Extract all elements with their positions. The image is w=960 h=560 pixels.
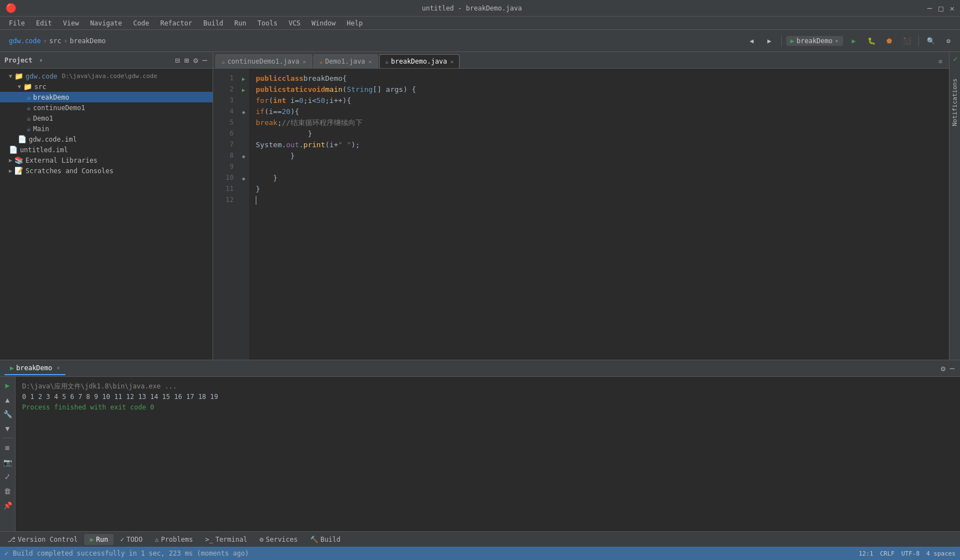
charset[interactable]: UTF-8 bbox=[901, 550, 920, 557]
tab-demo1[interactable]: ☕ Demo1.java ✕ bbox=[313, 54, 378, 68]
menu-edit[interactable]: Edit bbox=[32, 18, 56, 28]
stop-button[interactable]: ⬛ bbox=[900, 34, 914, 48]
breadcrumb-file[interactable]: breakDemo bbox=[70, 37, 106, 45]
run-clear-button[interactable]: 🗑 bbox=[2, 485, 14, 497]
more-tabs-button[interactable]: ≡ bbox=[934, 55, 947, 68]
tab-close-continue[interactable]: ✕ bbox=[303, 59, 306, 65]
main-content: Project ▾ ⊟ ⊞ ⚙ ─ ▼ 📁 gdw.code D:\java\j… bbox=[0, 52, 960, 360]
tree-item-breakdemo[interactable]: ☕ breakDemo bbox=[0, 92, 213, 102]
line-ending[interactable]: CRLF bbox=[880, 550, 895, 557]
menu-code[interactable]: Code bbox=[129, 18, 154, 28]
tree-item-continuedemo[interactable]: ☕ continueDemo1 bbox=[0, 102, 213, 113]
bottom-tabs: ⎇ Version Control ▶ Run ✓ TODO ⚠ Problem… bbox=[0, 531, 960, 547]
tree-item-main[interactable]: ☕ Main bbox=[0, 123, 213, 134]
breadcrumb-root[interactable]: gdw.code bbox=[9, 37, 41, 45]
run-tools-button[interactable]: 🔧 bbox=[2, 408, 14, 420]
run-restart-button[interactable]: ▶ bbox=[2, 379, 14, 391]
run-up-button[interactable]: ▲ bbox=[2, 393, 14, 406]
run-down-button[interactable]: ▼ bbox=[2, 422, 14, 434]
minimize-button[interactable]: ─ bbox=[927, 4, 932, 13]
run-label: Run bbox=[96, 536, 109, 543]
gutter-7 bbox=[238, 139, 249, 151]
tab-close-demo1[interactable]: ✕ bbox=[369, 59, 372, 65]
bottom-tab-services[interactable]: ⚙ Services bbox=[254, 534, 303, 545]
tree-item-external-libs[interactable]: ▶ 📚 External Libraries bbox=[0, 155, 213, 165]
code-line-5: break;//结束循环程序继续向下 bbox=[256, 117, 942, 128]
project-dropdown-icon[interactable]: ▾ bbox=[39, 56, 43, 64]
tree-item-untitlediml[interactable]: 📄 untitled.iml bbox=[0, 144, 213, 155]
title-bar-left: 🔴 bbox=[6, 3, 17, 13]
project-collapse-all-button[interactable]: ⊟ bbox=[174, 55, 180, 66]
run-fold-button[interactable]: ⊞ bbox=[2, 442, 14, 454]
title-bar: 🔴 untitled - breakDemo.java ─ □ ✕ bbox=[0, 0, 960, 17]
run-panel-hide-button[interactable]: ─ bbox=[949, 363, 956, 374]
tab-breakdemo[interactable]: ☕ breakDemo.java ✕ bbox=[379, 54, 460, 68]
project-hide-button[interactable]: ─ bbox=[202, 55, 208, 66]
tree-item-gdwiml[interactable]: 📄 gdw.code.iml bbox=[0, 134, 213, 144]
services-icon: ⚙ bbox=[260, 536, 264, 543]
menu-tools[interactable]: Tools bbox=[253, 18, 282, 28]
tree-item-demo1[interactable]: ☕ Demo1 bbox=[0, 113, 213, 123]
gutter-10: ◆ bbox=[238, 173, 249, 184]
gutter-run-1[interactable]: ▶ bbox=[238, 73, 249, 84]
tree-label-continue: continueDemo1 bbox=[33, 104, 85, 112]
indent-settings[interactable]: 4 spaces bbox=[926, 550, 956, 557]
run-wrap-button[interactable]: ⤦ bbox=[2, 470, 14, 483]
gutter-5 bbox=[238, 117, 249, 128]
services-label: Services bbox=[266, 536, 298, 543]
maximize-button[interactable]: □ bbox=[938, 4, 943, 13]
menu-refactor[interactable]: Refactor bbox=[156, 18, 197, 28]
run-pin-button[interactable]: 📌 bbox=[2, 499, 14, 511]
menu-window[interactable]: Window bbox=[307, 18, 340, 28]
search-button[interactable]: 🔍 bbox=[923, 34, 938, 48]
run-tab-close[interactable]: ✕ bbox=[56, 365, 60, 371]
forward-button[interactable]: ▶ bbox=[762, 34, 777, 48]
line-num-6: 6 bbox=[213, 128, 238, 139]
debug-button[interactable]: 🐛 bbox=[864, 34, 879, 48]
menu-view[interactable]: View bbox=[59, 18, 84, 28]
coverage-button[interactable]: ⬟ bbox=[882, 34, 896, 48]
bottom-tab-build[interactable]: 🔨 Build bbox=[304, 534, 346, 545]
tree-item-root[interactable]: ▼ 📁 gdw.code D:\java\java.code\gdw.code bbox=[0, 71, 213, 81]
java-file-icon-continue: ☕ bbox=[27, 103, 31, 112]
project-actions: ⊟ ⊞ ⚙ ─ bbox=[174, 55, 208, 66]
run-panel-settings-button[interactable]: ⚙ bbox=[940, 363, 946, 374]
cursor-position[interactable]: 12:1 bbox=[859, 550, 874, 557]
back-button[interactable]: ◀ bbox=[745, 34, 759, 48]
tab-icon-breakdemo: ☕ bbox=[385, 58, 389, 65]
run-screenshot-button[interactable]: 📷 bbox=[2, 456, 14, 468]
bottom-tab-version-control[interactable]: ⎇ Version Control bbox=[2, 534, 83, 545]
bottom-tab-todo[interactable]: ✓ TODO bbox=[115, 534, 148, 545]
line-num-11: 11 bbox=[213, 184, 238, 195]
menu-navigate[interactable]: Navigate bbox=[86, 18, 127, 28]
console-command: D:\java\应用文件\jdk1.8\bin\java.exe ... bbox=[22, 381, 953, 392]
line-num-9: 9 bbox=[213, 162, 238, 173]
breadcrumb-src[interactable]: src bbox=[49, 37, 61, 45]
notifications-tab[interactable]: Notifications bbox=[950, 74, 959, 131]
menu-file[interactable]: File bbox=[4, 18, 29, 28]
run-button[interactable]: ▶ bbox=[847, 34, 861, 48]
menu-help[interactable]: Help bbox=[342, 18, 367, 28]
bottom-tab-problems[interactable]: ⚠ Problems bbox=[149, 534, 198, 545]
menu-build[interactable]: Build bbox=[199, 18, 228, 28]
menu-vcs[interactable]: VCS bbox=[284, 18, 305, 28]
run-config-selector[interactable]: ▶ breakDemo ▾ bbox=[786, 36, 844, 46]
tree-item-scratches[interactable]: ▶ 📝 Scratches and Consoles bbox=[0, 165, 213, 176]
gutter-run-2[interactable]: ▶ bbox=[238, 84, 249, 95]
tab-continuedemo1[interactable]: ☕ continueDemo1.java ✕ bbox=[215, 54, 312, 68]
close-button[interactable]: ✕ bbox=[950, 4, 954, 13]
run-tab-breakdemo[interactable]: ▶ breakDemo ✕ bbox=[4, 362, 65, 375]
bottom-tab-run[interactable]: ▶ Run bbox=[84, 534, 113, 545]
settings-button[interactable]: ⚙ bbox=[941, 34, 956, 48]
project-settings-button[interactable]: ⚙ bbox=[192, 55, 199, 66]
tree-item-src[interactable]: ▼ 📁 src bbox=[0, 81, 213, 92]
console-output-line: 0 1 2 3 4 5 6 7 8 9 10 11 12 13 14 15 16… bbox=[22, 392, 953, 402]
run-config-label: breakDemo bbox=[797, 37, 833, 45]
menu-run[interactable]: Run bbox=[230, 18, 251, 28]
todo-icon: ✓ bbox=[120, 536, 124, 543]
code-area[interactable]: public class breakDemo { public static v… bbox=[249, 69, 949, 360]
project-scroll-to-button[interactable]: ⊞ bbox=[183, 55, 190, 66]
run-panel-header: ▶ breakDemo ✕ ⚙ ─ bbox=[0, 360, 960, 377]
bottom-tab-terminal[interactable]: >_ Terminal bbox=[199, 534, 252, 545]
tab-close-breakdemo[interactable]: ✕ bbox=[450, 59, 453, 65]
